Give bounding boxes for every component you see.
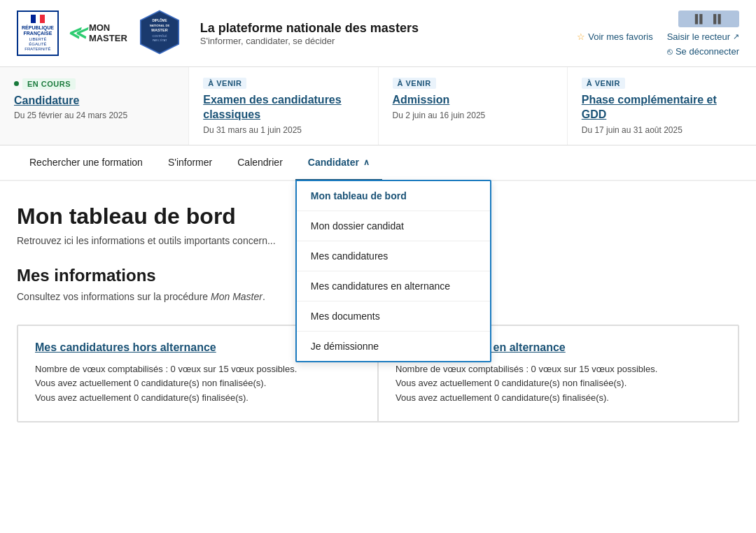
- nav-rechercher[interactable]: Rechercher une formation: [17, 145, 155, 181]
- rf-text4: Égalité: [29, 42, 46, 47]
- candidature-card-1: Nombre de vœux comptabilisés : 0 vœux su…: [396, 362, 721, 406]
- badge-label-3: À VENIR: [582, 78, 625, 89]
- external-link-icon: ↗: [733, 32, 739, 41]
- badge-label-1: À VENIR: [203, 78, 246, 89]
- nav-calendrier[interactable]: Calendrier: [225, 145, 295, 181]
- phase-badge-2: À VENIR: [393, 78, 436, 89]
- master-text: MASTER: [89, 34, 127, 43]
- platform-title-group: La plateforme nationale des masters S'in…: [200, 21, 577, 46]
- phase-badge-0: EN COURS: [14, 78, 76, 90]
- phase-card-1: À VENIR Examen des candidatures classiqu…: [189, 67, 378, 145]
- phase-badge-1: À VENIR: [203, 78, 246, 89]
- phase-dates-0: Du 25 février au 24 mars 2025: [14, 111, 174, 120]
- dropdown-item-1[interactable]: Mon dossier candidat: [297, 211, 490, 241]
- deconnecter-link[interactable]: ⎋ Se déconnecter: [667, 46, 739, 57]
- mon-master-logo: ≪ MON MASTER: [67, 22, 127, 44]
- section-desc-prefix: Consultez vos informations sur la procéd…: [17, 291, 211, 302]
- candidater-dropdown: Mon tableau de bord Mon dossier candidat…: [295, 180, 491, 362]
- badge-dot: [14, 81, 19, 86]
- svg-text:NATIONAL DE: NATIONAL DE: [149, 24, 169, 27]
- section-desc-suffix: .: [262, 291, 265, 302]
- tricolor-flag: [31, 15, 45, 23]
- card0-line2: Vous avez actuellement 0 candidature(s) …: [35, 378, 266, 388]
- mon-text: MON: [89, 23, 127, 33]
- nav-sinformer[interactable]: S'informer: [155, 145, 225, 181]
- favoris-label: Voir mes favoris: [588, 31, 652, 42]
- rf-logo: RÉPUBLIQUE FRANÇAISE Liberté Égalité Fra…: [17, 10, 59, 56]
- badge-label-0: EN COURS: [22, 78, 76, 90]
- badge-label-2: À VENIR: [393, 78, 436, 89]
- recteur-label: Saisir le recteur: [667, 31, 730, 42]
- phase-title-1[interactable]: Examen des candidatures classiques: [203, 93, 363, 122]
- dropdown-item-3[interactable]: Mes candidatures en alternance: [297, 271, 490, 301]
- dropdown-item-5[interactable]: Je démissionne: [297, 332, 490, 361]
- phase-badge-3: À VENIR: [582, 78, 625, 89]
- svg-text:PAR L'ÉTAT: PAR L'ÉTAT: [152, 38, 167, 42]
- candidater-label: Candidater: [308, 157, 359, 168]
- header: RÉPUBLIQUE FRANÇAISE Liberté Égalité Fra…: [0, 0, 756, 67]
- section-desc-italic: Mon Master: [211, 291, 262, 302]
- card0-line3: Vous avez actuellement 0 candidature(s) …: [35, 392, 248, 403]
- platform-subtitle: S'informer, candidater, se décider: [200, 36, 577, 46]
- card1-line2: Vous avez actuellement 0 candidature(s) …: [396, 378, 626, 388]
- rf-text1: RÉPUBLIQUE: [22, 25, 54, 31]
- logos-group: RÉPUBLIQUE FRANÇAISE Liberté Égalité Fra…: [17, 8, 183, 58]
- user-button[interactable]: ▐▌ ▐▌: [678, 10, 739, 27]
- card1-line1: Nombre de vœux comptabilisés : 0 vœux su…: [396, 364, 657, 374]
- nav-candidater[interactable]: Candidater ∧: [295, 145, 382, 181]
- phase-card-3: À VENIR Phase complémentaire et GDD Du 1…: [568, 67, 756, 145]
- svg-text:MASTER: MASTER: [151, 28, 167, 32]
- favoris-link[interactable]: ☆ Voir mes favoris: [577, 31, 652, 42]
- phase-dates-1: Du 31 mars au 1 juin 2025: [203, 125, 363, 135]
- rf-text3: Liberté: [29, 37, 47, 42]
- flag-white: [36, 15, 41, 23]
- phase-title-2[interactable]: Admission: [393, 93, 553, 108]
- phase-card-2: À VENIR Admission Du 2 juin au 16 juin 2…: [379, 67, 568, 145]
- chevron-down-icon: ∧: [363, 157, 370, 167]
- nav-candidater-wrapper: Candidater ∧ Mon tableau de bord Mon dos…: [295, 145, 382, 180]
- card1-line3: Vous avez actuellement 0 candidature(s) …: [396, 392, 609, 403]
- recteur-link[interactable]: Saisir le recteur ↗: [667, 31, 739, 42]
- rf-text2: FRANÇAISE: [24, 31, 52, 36]
- diplome-badge: DIPLÔME NATIONAL DE MASTER CONTRÔLÉ PAR …: [136, 8, 183, 58]
- dropdown-item-0[interactable]: Mon tableau de bord: [297, 181, 490, 211]
- dropdown-item-4[interactable]: Mes documents: [297, 301, 490, 332]
- phase-title-0[interactable]: Candidature: [14, 94, 174, 108]
- candidature-card-0: Nombre de vœux comptabilisés : 0 vœux su…: [35, 362, 360, 406]
- phase-dates-3: Du 17 juin au 31 août 2025: [582, 125, 742, 135]
- star-icon: ☆: [577, 31, 585, 42]
- header-links: ☆ Voir mes favoris Saisir le recteur ↗: [577, 31, 739, 42]
- chevron-icon: ≪: [67, 22, 86, 44]
- hex-svg: DIPLÔME NATIONAL DE MASTER CONTRÔLÉ PAR …: [136, 8, 183, 56]
- svg-text:CONTRÔLÉ: CONTRÔLÉ: [152, 34, 167, 38]
- platform-title: La plateforme nationale des masters: [200, 21, 577, 36]
- phase-card-0: EN COURS Candidature Du 25 février au 24…: [0, 67, 189, 145]
- mon-master-text: MON MASTER: [89, 23, 127, 43]
- logout-icon: ⎋: [667, 46, 673, 57]
- nav-bar: Rechercher une formation S'informer Cale…: [0, 145, 756, 181]
- phase-dates-2: Du 2 juin au 16 juin 2025: [393, 111, 553, 120]
- deconnecter-label: Se déconnecter: [676, 46, 739, 57]
- rf-text5: Fraternité: [24, 47, 50, 52]
- flag-blue: [31, 15, 36, 23]
- dropdown-item-2[interactable]: Mes candidatures: [297, 241, 490, 271]
- header-actions: ▐▌ ▐▌ ☆ Voir mes favoris Saisir le recte…: [577, 10, 739, 57]
- phase-title-3[interactable]: Phase complémentaire et GDD: [582, 93, 742, 122]
- phase-cards: EN COURS Candidature Du 25 février au 24…: [0, 67, 756, 145]
- card0-line1: Nombre de vœux comptabilisés : 0 vœux su…: [35, 364, 297, 374]
- flag-red: [40, 15, 45, 23]
